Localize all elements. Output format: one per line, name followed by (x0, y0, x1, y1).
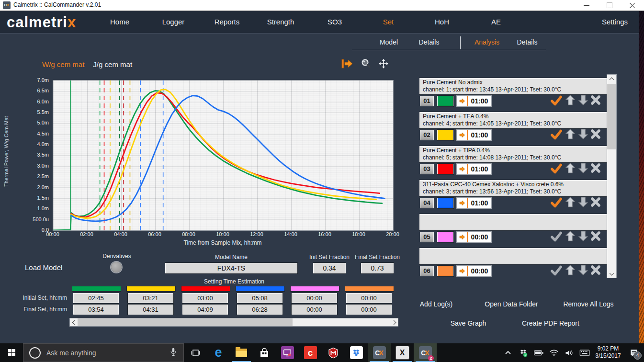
taskbar-icon-mcafee[interactable] (322, 343, 345, 362)
apply-check-icon[interactable] (550, 94, 563, 107)
action-center-button[interactable]: 4 (624, 343, 644, 362)
move-up-icon[interactable] (565, 162, 577, 175)
final-set-field[interactable]: 00:00 (292, 305, 337, 315)
maximize-button[interactable] (601, 0, 618, 11)
load-model-button[interactable]: Load Model (25, 263, 62, 272)
taskbar-icon-c-app[interactable]: c (299, 343, 322, 362)
nav-item[interactable]: Strength (267, 11, 294, 33)
nav-item[interactable]: Set (383, 11, 394, 33)
initial-set-field[interactable]: 00:00 (292, 293, 337, 303)
taskbar-clock[interactable]: 9:02 PM 3/15/2017 (592, 343, 624, 362)
tray-wifi-icon[interactable] (546, 343, 562, 362)
nav-item[interactable]: AE (491, 11, 501, 33)
log-time-offset-field[interactable]: 00:00 (456, 265, 492, 277)
pan-icon[interactable] (378, 58, 389, 69)
nav-item[interactable]: Logger (162, 11, 185, 33)
apply-check-icon[interactable] (550, 162, 563, 175)
taskbar-icon-file-explorer[interactable] (230, 343, 253, 362)
move-up-icon[interactable] (565, 128, 577, 141)
remove-log-icon[interactable] (590, 264, 602, 277)
initial-set-field[interactable]: 02:45 (73, 293, 119, 303)
remove-all-logs-button[interactable]: Remove All Logs (563, 300, 613, 308)
tray-keyboard-icon[interactable] (577, 343, 592, 362)
log-description[interactable]: 311-Pasta CPC-40 Cemex Xalostoc + Visco … (419, 180, 609, 196)
tray-dropbox-tray-icon[interactable] (516, 343, 531, 362)
initial-set-field[interactable]: 03:00 (182, 293, 228, 303)
taskbar-icon-windows-store[interactable] (253, 343, 276, 362)
zoom-icon[interactable] (361, 58, 371, 69)
thermal-power-plot[interactable] (53, 80, 394, 231)
remove-log-icon[interactable] (590, 94, 602, 107)
cortana-search-box[interactable]: Ask me anything (23, 343, 184, 362)
apply-check-icon[interactable] (550, 196, 563, 209)
taskbar-icon-connect-app[interactable] (276, 343, 299, 362)
log-time-offset-field[interactable]: 00:00 (456, 231, 492, 243)
subtab[interactable]: Details (507, 36, 547, 49)
taskbar-icon-dropbox[interactable] (345, 343, 368, 362)
log-color-swatch[interactable] (437, 232, 453, 242)
nav-item[interactable]: Reports (215, 11, 240, 33)
log-color-swatch[interactable] (437, 198, 453, 208)
unit-toggle[interactable]: W/g cem mat (42, 60, 84, 68)
log-color-swatch[interactable] (437, 130, 453, 140)
log-time-offset-field[interactable]: 01:00 (456, 129, 492, 141)
apply-check-icon[interactable] (550, 230, 563, 243)
apply-check-icon[interactable] (550, 264, 563, 277)
taskbar-icon-edge[interactable]: e (207, 343, 230, 362)
move-down-icon[interactable] (577, 94, 590, 107)
final-fraction-field[interactable]: 0.73 (361, 263, 394, 273)
subtab[interactable]: Analysis (467, 36, 507, 49)
apply-check-icon[interactable] (550, 128, 563, 141)
derivatives-toggle[interactable] (111, 262, 122, 272)
unit-toggle[interactable]: J/g cem mat (93, 60, 132, 68)
nav-item[interactable]: HoH (435, 11, 449, 33)
initial-set-field[interactable]: 05:08 (237, 293, 282, 303)
remove-log-icon[interactable] (590, 162, 602, 175)
open-data-folder-button[interactable]: Open Data Folder (485, 300, 538, 308)
final-set-field[interactable]: 00:00 (346, 305, 392, 315)
log-description[interactable]: Pure Cement + TEA 0.4% channel: 4; start… (419, 112, 609, 128)
log-time-offset-field[interactable]: 01:00 (456, 95, 492, 107)
final-set-field[interactable]: 03:54 (73, 305, 119, 315)
final-set-field[interactable]: 06:28 (237, 305, 282, 315)
move-down-icon[interactable] (577, 128, 590, 141)
remove-log-icon[interactable] (590, 230, 602, 243)
move-up-icon[interactable] (565, 264, 577, 277)
save-graph-button[interactable]: Save Graph (451, 319, 486, 327)
remove-log-icon[interactable] (590, 128, 602, 141)
move-down-icon[interactable] (577, 264, 590, 277)
close-button[interactable] (624, 0, 641, 11)
move-up-icon[interactable] (565, 94, 577, 107)
subtab[interactable]: Model (369, 36, 409, 49)
final-set-field[interactable]: 04:09 (182, 305, 228, 315)
taskbar-icon-x-app[interactable]: X (391, 343, 414, 362)
nav-item[interactable]: Settings (602, 11, 628, 33)
log-description[interactable]: Pure Cement + TIPA 0.4% channel: 5; star… (419, 146, 609, 162)
move-up-icon[interactable] (565, 196, 577, 209)
start-button[interactable] (0, 343, 23, 362)
tray-battery-icon[interactable] (531, 343, 546, 362)
scrollbar-thumb[interactable] (607, 84, 616, 149)
log-list-scrollbar[interactable] (607, 74, 617, 278)
scroll-right-arrow[interactable] (391, 318, 398, 326)
create-pdf-report-button[interactable]: Create PDF Report (522, 319, 579, 327)
log-time-offset-field[interactable]: 01:00 (456, 163, 492, 175)
taskbar-icon-calcommander-2[interactable]: CX2 (414, 343, 437, 362)
scroll-down-arrow[interactable] (607, 270, 616, 278)
log-color-swatch[interactable] (437, 164, 453, 174)
initial-set-field[interactable]: 00:00 (346, 293, 392, 303)
minimize-button[interactable] (578, 0, 595, 11)
initial-set-field[interactable]: 03:21 (128, 293, 173, 303)
move-up-icon[interactable] (565, 230, 577, 243)
model-name-field[interactable]: FDX4-TS (165, 263, 297, 273)
move-down-icon[interactable] (577, 196, 590, 209)
tray-hidden-icons-chevron[interactable] (500, 343, 516, 362)
log-color-swatch[interactable] (437, 266, 453, 276)
data-cursor-icon[interactable] (341, 58, 353, 69)
log-description[interactable]: Pure Cement No admix channel: 1; start t… (419, 78, 609, 94)
final-set-field[interactable]: 04:31 (128, 305, 173, 315)
move-down-icon[interactable] (577, 162, 590, 175)
nav-item[interactable]: SO3 (328, 11, 342, 33)
hscrollbar-thumb[interactable] (78, 318, 293, 326)
microphone-icon[interactable] (169, 347, 178, 359)
